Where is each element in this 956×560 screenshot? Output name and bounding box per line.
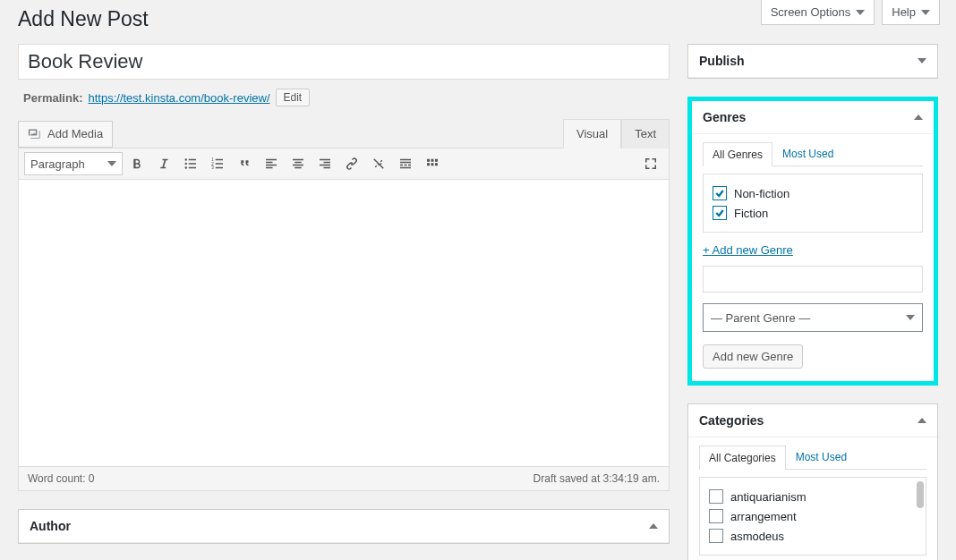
categories-tab-used[interactable]: Most Used (786, 445, 857, 469)
svg-rect-23 (324, 167, 331, 169)
category-item-label: asmodeus (730, 530, 784, 543)
align-center-button[interactable] (286, 152, 311, 175)
chevron-up-icon (918, 418, 926, 423)
genre-item-label: Non-fiction (734, 187, 790, 200)
chevron-up-icon (649, 523, 658, 529)
number-list-button[interactable]: 123 (205, 152, 230, 175)
media-icon (28, 127, 42, 141)
help-button[interactable]: Help (882, 0, 940, 25)
category-item-label: arrangement (730, 510, 797, 523)
bullet-list-button[interactable] (178, 152, 203, 175)
svg-rect-3 (189, 159, 196, 161)
author-metabox: Author (18, 509, 670, 544)
svg-rect-18 (293, 165, 303, 166)
svg-rect-26 (400, 165, 403, 166)
add-genre-button[interactable]: Add new Genre (703, 344, 803, 369)
author-metabox-toggle[interactable]: Author (19, 510, 669, 543)
svg-rect-5 (189, 167, 196, 169)
add-genre-link[interactable]: + Add new Genre (703, 243, 793, 257)
screen-options-button[interactable]: Screen Options (761, 0, 875, 25)
svg-rect-33 (427, 163, 430, 165)
screen-options-label: Screen Options (771, 5, 851, 19)
svg-rect-13 (266, 162, 273, 164)
categories-checklist[interactable]: antiquarianism arrangement asmodeus (699, 477, 926, 556)
category-item[interactable]: antiquarianism (709, 487, 917, 506)
categories-metabox-toggle[interactable]: Categories (688, 404, 937, 437)
svg-rect-14 (266, 165, 277, 166)
permalink-url[interactable]: https://test.kinsta.com/book-review/ (88, 91, 269, 105)
chevron-up-icon (914, 115, 923, 120)
link-button[interactable] (339, 152, 364, 175)
editor-canvas[interactable] (19, 180, 669, 466)
genre-item[interactable]: Non-fiction (713, 183, 913, 203)
chevron-down-icon (906, 315, 915, 320)
parent-genre-value: — Parent Genre — (711, 311, 810, 325)
chevron-down-icon (918, 58, 926, 64)
svg-rect-4 (189, 163, 196, 165)
readmore-button[interactable] (393, 152, 418, 175)
checkbox-checked-icon (713, 186, 727, 200)
category-item[interactable]: arrangement (709, 506, 917, 526)
draft-saved-status: Draft saved at 3:34:19 am. (533, 472, 660, 485)
bold-button[interactable] (124, 152, 149, 175)
publish-heading: Publish (699, 54, 745, 68)
genres-highlight: Genres All Genres Most Used Non-fiction (687, 97, 938, 386)
genre-item[interactable]: Fiction (713, 203, 913, 223)
author-heading: Author (30, 519, 71, 533)
category-item[interactable]: asmodeus (709, 526, 917, 546)
svg-rect-34 (431, 163, 434, 165)
editor-tab-visual[interactable]: Visual (563, 119, 621, 148)
permalink-label: Permalink: (23, 91, 82, 105)
publish-metabox: Publish (687, 44, 938, 79)
svg-rect-24 (400, 159, 411, 161)
align-left-button[interactable] (259, 152, 284, 175)
chevron-down-icon (921, 10, 930, 15)
publish-metabox-toggle[interactable]: Publish (688, 45, 937, 78)
align-right-button[interactable] (312, 152, 337, 175)
svg-rect-7 (216, 163, 223, 165)
svg-rect-25 (400, 162, 411, 164)
svg-rect-28 (408, 165, 411, 166)
genres-metabox: Genres All Genres Most Used Non-fiction (692, 101, 934, 381)
genres-tab-used[interactable]: Most Used (772, 141, 843, 165)
svg-rect-32 (435, 159, 438, 162)
unlink-button[interactable] (366, 152, 391, 175)
svg-rect-19 (294, 167, 302, 169)
add-media-button[interactable]: Add Media (18, 121, 113, 148)
editor: Paragraph 123 (18, 148, 670, 491)
svg-point-1 (185, 163, 187, 165)
categories-tab-all[interactable]: All Categories (699, 445, 786, 470)
format-select[interactable]: Paragraph (24, 152, 123, 175)
add-media-label: Add Media (47, 127, 103, 140)
chevron-down-icon (107, 161, 116, 166)
toolbar-toggle-button[interactable] (420, 152, 445, 175)
fullscreen-button[interactable] (638, 152, 663, 175)
format-select-value: Paragraph (30, 157, 85, 171)
svg-rect-22 (320, 165, 330, 166)
genres-checklist: Non-fiction Fiction (703, 174, 923, 233)
genres-tab-all[interactable]: All Genres (703, 142, 772, 166)
genres-metabox-toggle[interactable]: Genres (692, 101, 934, 134)
post-title-input[interactable] (18, 44, 670, 80)
categories-heading: Categories (699, 413, 764, 428)
blockquote-button[interactable] (232, 152, 257, 175)
svg-rect-8 (216, 167, 223, 169)
svg-text:3: 3 (211, 165, 214, 170)
checkbox-icon (709, 509, 723, 523)
italic-button[interactable] (151, 152, 176, 175)
svg-rect-21 (324, 162, 331, 164)
svg-point-0 (185, 158, 187, 160)
svg-rect-20 (320, 159, 330, 161)
categories-metabox: Categories All Categories Most Used anti… (687, 403, 938, 560)
scrollbar[interactable] (917, 481, 924, 508)
permalink-edit-button[interactable]: Edit (276, 89, 311, 106)
new-genre-input[interactable] (703, 266, 923, 293)
svg-rect-30 (427, 159, 430, 162)
svg-rect-16 (293, 159, 303, 161)
svg-point-2 (185, 166, 187, 168)
editor-tab-text[interactable]: Text (621, 119, 670, 148)
svg-rect-27 (405, 165, 407, 166)
svg-rect-12 (266, 159, 277, 161)
parent-genre-select[interactable]: — Parent Genre — (703, 303, 923, 332)
help-label: Help (892, 5, 916, 19)
